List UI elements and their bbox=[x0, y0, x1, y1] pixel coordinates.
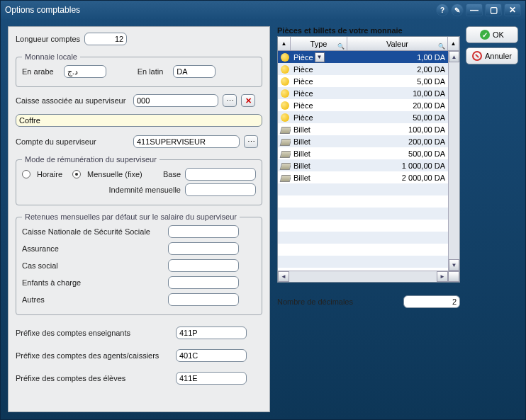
mensuelle-label: Mensuelle (fixe) bbox=[87, 170, 142, 178]
indemnite-label: Indemnité mensuelle bbox=[108, 186, 181, 194]
table-row[interactable]: Pièce2,00 DA bbox=[278, 63, 448, 75]
table-row-empty bbox=[278, 244, 448, 256]
ok-button[interactable]: ✓ OK bbox=[466, 26, 518, 43]
autres-input[interactable] bbox=[168, 293, 239, 306]
table-row[interactable]: Pièce50,00 DA bbox=[278, 111, 448, 123]
decimales-label: Nombre de décimales bbox=[277, 297, 399, 306]
cell-type: Pièce bbox=[291, 101, 347, 110]
base-label: Base bbox=[163, 170, 181, 178]
longueur-comptes-input[interactable] bbox=[84, 33, 127, 45]
cell-valeur: 50,00 DA bbox=[347, 113, 448, 122]
table-row[interactable]: Billet100,00 DA bbox=[278, 123, 448, 135]
caisse-input[interactable] bbox=[133, 94, 218, 107]
cnss-input[interactable] bbox=[168, 225, 239, 238]
scroll-up-icon[interactable]: ▲ bbox=[449, 51, 459, 62]
prefix-ens-input[interactable] bbox=[176, 327, 247, 339]
table-row[interactable]: Pièce10,00 DA bbox=[278, 87, 448, 99]
prefix-agent-input[interactable] bbox=[176, 349, 247, 362]
scroll-left-icon[interactable]: ◄ bbox=[278, 271, 289, 282]
enfants-label: Enfants à charge bbox=[22, 278, 164, 287]
currency-table-title: Pièces et billets de votre monnaie bbox=[277, 26, 460, 35]
right-panel: Pièces et billets de votre monnaie ▲ Typ… bbox=[277, 26, 518, 412]
cell-type: Billet bbox=[291, 137, 347, 146]
cell-valeur: 20,00 DA bbox=[347, 101, 448, 110]
cell-type: Billet bbox=[291, 161, 347, 170]
cell-valeur: 5,00 DA bbox=[347, 77, 448, 86]
scroll-right-icon[interactable]: ► bbox=[437, 271, 448, 282]
cell-valeur: 2 000,00 DA bbox=[347, 174, 448, 182]
table-row[interactable]: Billet500,00 DA bbox=[278, 147, 448, 159]
maximize-button[interactable]: ▢ bbox=[485, 4, 502, 16]
table-row[interactable]: Billet2 000,00 DA bbox=[278, 171, 448, 183]
bill-icon bbox=[280, 163, 291, 170]
retenues-group: Retenues mensuelles par défaut sur le sa… bbox=[16, 212, 262, 315]
dialog-buttons: ✓ OK Annuler bbox=[466, 26, 518, 311]
latin-input[interactable] bbox=[173, 65, 216, 78]
col-type[interactable]: Type🔍 bbox=[291, 37, 347, 50]
horaire-label: Horaire bbox=[37, 170, 62, 178]
arabe-input[interactable] bbox=[64, 65, 106, 78]
cancel-button[interactable]: Annuler bbox=[466, 47, 518, 64]
close-button[interactable]: ✕ bbox=[504, 4, 521, 16]
coin-icon bbox=[281, 89, 289, 98]
compte-sup-label: Compte du superviseur bbox=[16, 137, 129, 146]
prefix-eleve-input[interactable] bbox=[176, 372, 247, 385]
table-row[interactable]: Billet200,00 DA bbox=[278, 135, 448, 147]
content: Longueur comptes Monnaie locale En arabe… bbox=[1, 19, 525, 419]
table-row[interactable]: Pièce20,00 DA bbox=[278, 99, 448, 111]
vertical-scrollbar[interactable]: ▲ ▼ bbox=[448, 51, 459, 271]
caisse-clear-button[interactable]: ✕ bbox=[241, 94, 255, 107]
cell-valeur: 500,00 DA bbox=[347, 149, 448, 158]
minimize-button[interactable]: — bbox=[466, 4, 483, 16]
longueur-comptes-label: Longueur comptes bbox=[16, 35, 80, 43]
horaire-radio[interactable] bbox=[22, 170, 30, 178]
cnss-label: Caisse Nationale de Sécurité Sociale bbox=[22, 227, 164, 236]
dialog-window: Options comptables ? ✎ — ▢ ✕ Longueur co… bbox=[0, 0, 526, 420]
dropdown-icon[interactable]: ▼ bbox=[315, 52, 325, 62]
table-row[interactable]: Pièce▼1,00 DA bbox=[278, 51, 448, 63]
prefix-agent-label: Préfixe des comptes des agents/caissiers bbox=[16, 351, 172, 360]
cell-type: Billet bbox=[291, 174, 347, 182]
coin-icon bbox=[281, 53, 289, 62]
cancel-icon bbox=[472, 51, 482, 61]
cell-valeur: 200,00 DA bbox=[347, 137, 448, 146]
cell-valeur: 1,00 DA bbox=[347, 53, 448, 62]
autres-label: Autres bbox=[22, 295, 164, 304]
coin-icon bbox=[281, 65, 289, 74]
table-row-empty bbox=[278, 183, 448, 195]
cas-input[interactable] bbox=[168, 259, 239, 272]
arabe-label: En arabe bbox=[22, 67, 54, 76]
cell-type: Billet bbox=[291, 125, 347, 134]
cell-type: Billet bbox=[291, 149, 347, 158]
enfants-input[interactable] bbox=[168, 276, 239, 289]
caisse-label: Caisse associée au superviseur bbox=[16, 96, 129, 105]
decimales-input[interactable] bbox=[403, 295, 460, 308]
cell-type: Pièce bbox=[291, 77, 347, 86]
cell-valeur: 2,00 DA bbox=[347, 65, 448, 74]
table-row[interactable]: Billet1 000,00 DA bbox=[278, 159, 448, 171]
prefix-eleve-label: Préfixe des comptes des élèves bbox=[16, 374, 172, 382]
cell-valeur: 10,00 DA bbox=[347, 89, 448, 98]
cell-type: Pièce bbox=[291, 65, 347, 74]
scroll-corner bbox=[448, 271, 459, 282]
cas-label: Cas social bbox=[22, 261, 164, 270]
mensuelle-radio[interactable] bbox=[72, 170, 81, 178]
col-valeur[interactable]: Valeur🔍 bbox=[347, 37, 448, 50]
compte-sup-input[interactable] bbox=[133, 135, 240, 148]
indemnite-input[interactable] bbox=[185, 183, 256, 196]
coin-icon bbox=[281, 113, 289, 122]
table-row-empty bbox=[278, 256, 448, 268]
cell-type: Pièce▼ bbox=[291, 52, 347, 62]
scroll-down-icon[interactable]: ▼ bbox=[449, 259, 459, 271]
tool-button[interactable]: ✎ bbox=[451, 4, 464, 16]
caisse-browse-button[interactable]: ⋯ bbox=[223, 94, 237, 107]
table-header: ▲ Type🔍 Valeur🔍 ▲ bbox=[278, 37, 459, 51]
base-input[interactable] bbox=[185, 168, 256, 181]
compte-sup-browse-button[interactable]: ⋯ bbox=[244, 135, 258, 148]
bill-icon bbox=[280, 151, 291, 158]
help-button[interactable]: ? bbox=[436, 4, 449, 16]
retenues-legend: Retenues mensuelles par défaut sur le sa… bbox=[22, 212, 240, 221]
assurance-input[interactable] bbox=[168, 242, 239, 255]
table-row[interactable]: Pièce5,00 DA bbox=[278, 75, 448, 87]
horizontal-scrollbar[interactable]: ◄ ► bbox=[278, 271, 459, 282]
